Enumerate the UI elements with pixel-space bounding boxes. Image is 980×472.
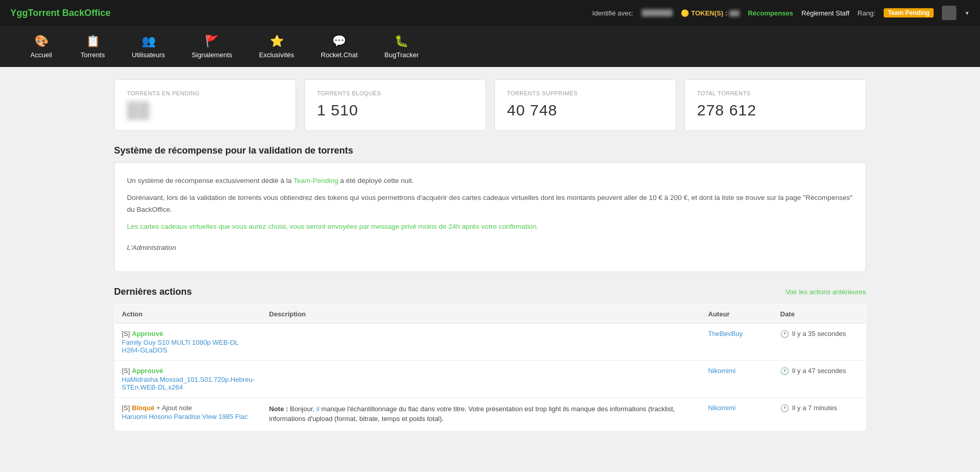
author-cell-3: Nikomimi	[701, 397, 773, 430]
actions-header: Dernières actions Voir les actions antér…	[114, 286, 866, 297]
date-display-3: 🕐 Il y a 7 minutes	[780, 404, 858, 412]
voir-actions-link[interactable]: Voir les actions antérieures	[785, 288, 866, 296]
dropdown-arrow-icon[interactable]: ▼	[965, 10, 970, 16]
clock-icon-3: 🕐	[780, 404, 789, 412]
action-cell-2: [S] Approuvé HaMidrasha.Mossad_101.S01.7…	[114, 360, 262, 397]
topbar-right: Identifié avec: 🟡 TOKEN(S) : Récompenses…	[592, 6, 970, 20]
stat-card-pending: TORRENTS EN PENDING ██	[114, 79, 296, 131]
clock-icon-1: 🕐	[780, 330, 789, 338]
blurred-value: ██	[127, 102, 150, 119]
table-header-row: Action Description Auteur Date	[114, 305, 866, 323]
avatar[interactable]	[942, 6, 956, 20]
action-status-1: Approuvé	[132, 330, 163, 338]
date-display-1: 🕐 Il y a 35 secondes	[780, 330, 858, 338]
action-torrent-link-1[interactable]: Family Guy S10 MULTi 1080p WEB-DL H264-G…	[122, 339, 255, 354]
action-extra-3: + Ajout note	[157, 404, 192, 412]
nav-item-bugtracker[interactable]: 🐛 BugTracker	[376, 29, 427, 64]
author-link-3[interactable]: Nikomimi	[708, 404, 735, 412]
rocketchat-icon: 💬	[332, 35, 346, 48]
table-row: [S] Approuvé HaMidrasha.Mossad_101.S01.7…	[114, 360, 866, 397]
date-text-1: Il y a 35 secondes	[792, 330, 846, 338]
date-text-2: Il y a 47 secondes	[792, 367, 846, 375]
stat-value-total: 278 612	[697, 102, 853, 119]
reward-line2: Dorénavant, lors de la validation de tor…	[127, 192, 853, 216]
torrents-icon: 📋	[86, 35, 100, 48]
nav-item-exclusivites[interactable]: ⭐ Exclusivités	[251, 29, 302, 64]
stat-card-supprimes: TORRENTS SUPPRIMÉS 40 748	[494, 79, 676, 131]
actions-table-body: [S] Approuvé Family Guy S10 MULTi 1080p …	[114, 323, 866, 430]
nav-label-utilisateurs: Utilisateurs	[132, 51, 165, 59]
action-prefix-3: [S]	[122, 404, 132, 412]
bugtracker-icon: 🐛	[394, 35, 408, 48]
reward-section-title: Système de récompense pour la validation…	[114, 145, 866, 156]
actions-title: Dernières actions	[114, 286, 192, 297]
date-display-2: 🕐 Il y a 47 secondes	[780, 367, 858, 375]
exclusivites-icon: ⭐	[270, 35, 284, 48]
reward-signature: L'Administration	[127, 242, 853, 254]
action-status-2: Approuvé	[132, 367, 163, 375]
actions-table-head: Action Description Auteur Date	[114, 305, 866, 323]
clock-icon-2: 🕐	[780, 367, 789, 375]
action-cell-1: [S] Approuvé Family Guy S10 MULTi 1080p …	[114, 323, 262, 360]
logo-main: YggTorrent	[10, 8, 60, 18]
reward-text: Un système de récompense exclusivement d…	[127, 175, 853, 254]
rang-label: Rang:	[857, 9, 875, 17]
nav-label-accueil: Accueil	[30, 51, 52, 59]
author-link-2[interactable]: Nikomimi	[708, 367, 735, 375]
nav-label-exclusivites: Exclusivités	[259, 51, 294, 59]
description-cell-3: Note : Bonjour, il manque l'échantillonn…	[262, 397, 701, 430]
accueil-icon: 🎨	[35, 35, 48, 48]
team-pending-link[interactable]: Team-Pending	[294, 177, 338, 184]
nav-label-torrents: Torrents	[81, 51, 105, 59]
reward-line1: Un système de récompense exclusivement d…	[127, 175, 853, 187]
note-label: Note :	[269, 405, 288, 413]
col-header-description: Description	[262, 305, 701, 323]
description-cell-2	[262, 360, 701, 397]
nav-item-accueil[interactable]: 🎨 Accueil	[21, 29, 62, 64]
topbar: YggTorrent BackOffice Identifié avec: 🟡 …	[0, 0, 980, 26]
author-cell-1: TheBevBuy	[701, 323, 773, 360]
author-cell-2: Nikomimi	[701, 360, 773, 397]
navbar: 🎨 Accueil 📋 Torrents 👥 Utilisateurs 🚩 Si…	[0, 26, 980, 67]
author-link-1[interactable]: TheBevBuy	[708, 330, 743, 338]
nav-item-signalements[interactable]: 🚩 Signalements	[183, 29, 240, 64]
stat-value-bloques: 1 510	[317, 102, 473, 119]
logo-accent: BackOffice	[62, 8, 111, 18]
note-text-3: Note : Bonjour, il manque l'échantillonn…	[269, 405, 675, 423]
date-cell-3: 🕐 Il y a 7 minutes	[773, 397, 866, 430]
reglement-link[interactable]: Réglement Staff	[801, 9, 849, 17]
nav-item-torrents[interactable]: 📋 Torrents	[72, 29, 113, 64]
nav-label-rocketchat: Rocket.Chat	[321, 51, 358, 59]
stat-card-total: TOTAL TORRENTS 278 612	[684, 79, 866, 131]
signalements-icon: 🚩	[205, 35, 219, 48]
gift-card-link[interactable]: Les cartes cadeaux virtuelles que vous a…	[127, 223, 539, 230]
stat-label-bloques: TORRENTS BLOQUÉS	[317, 90, 473, 96]
action-status-3: Bloqué	[132, 404, 154, 412]
stats-row: TORRENTS EN PENDING ██ TORRENTS BLOQUÉS …	[114, 79, 866, 131]
stat-value-supprimes: 40 748	[507, 102, 663, 119]
reward-line3: Les cartes cadeaux virtuelles que vous a…	[127, 221, 853, 233]
recompenses-link[interactable]: Récompenses	[748, 9, 793, 17]
logo: YggTorrent BackOffice	[10, 8, 111, 19]
col-header-action: Action	[114, 305, 262, 323]
actions-table: Action Description Auteur Date [S] Appro…	[114, 305, 866, 431]
utilisateurs-icon: 👥	[142, 35, 156, 48]
action-prefix-2: [S]	[122, 367, 132, 375]
identified-label: Identifié avec:	[592, 9, 633, 17]
nav-item-rocket-chat[interactable]: 💬 Rocket.Chat	[313, 29, 366, 64]
date-cell-1: 🕐 Il y a 35 secondes	[773, 323, 866, 360]
date-cell-2: 🕐 Il y a 47 secondes	[773, 360, 866, 397]
date-text-3: Il y a 7 minutes	[792, 404, 837, 412]
table-row: [S] Approuvé Family Guy S10 MULTi 1080p …	[114, 323, 866, 360]
note-link-3[interactable]: il	[316, 405, 319, 413]
stat-card-bloques: TORRENTS BLOQUÉS 1 510	[304, 79, 486, 131]
nav-item-utilisateurs[interactable]: 👥 Utilisateurs	[124, 29, 173, 64]
action-prefix-1: [S]	[122, 330, 132, 338]
col-header-auteur: Auteur	[701, 305, 773, 323]
table-row: [S] Bloqué + Ajout note Haruomi Hosono P…	[114, 397, 866, 430]
nav-label-bugtracker: BugTracker	[385, 51, 419, 59]
rang-badge: Team Pending	[884, 8, 934, 18]
action-torrent-link-3[interactable]: Haruomi Hosono Paradise View 1985 Flac	[122, 413, 255, 420]
action-torrent-link-2[interactable]: HaMidrasha.Mossad_101.S01.720p.Hebreu-ST…	[122, 376, 255, 391]
stat-value-pending: ██	[127, 102, 283, 119]
